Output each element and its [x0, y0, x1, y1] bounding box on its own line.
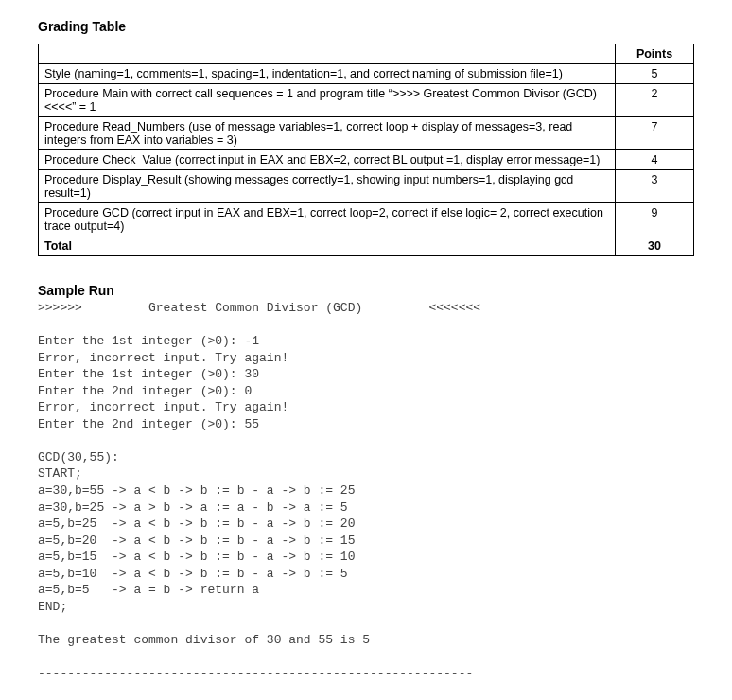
table-row: Procedure Display_Result (showing messag… [39, 170, 694, 203]
total-label: Total [39, 236, 616, 256]
grading-table-title: Grading Table [38, 19, 694, 34]
row-points: 4 [616, 150, 694, 170]
row-points: 9 [616, 203, 694, 236]
table-row: Procedure GCD (correct input in EAX and … [39, 203, 694, 236]
total-points: 30 [616, 236, 694, 256]
grading-table: Points Style (naming=1, comments=1, spac… [38, 44, 694, 256]
total-row: Total 30 [39, 236, 694, 256]
row-desc: Procedure Main with correct call sequenc… [39, 84, 616, 117]
row-points: 3 [616, 170, 694, 203]
table-row: Procedure Check_Value (correct input in … [39, 150, 694, 170]
row-points: 7 [616, 117, 694, 150]
row-desc: Procedure Display_Result (showing messag… [39, 170, 616, 203]
row-points: 5 [616, 64, 694, 84]
row-points: 2 [616, 84, 694, 117]
row-desc: Procedure Check_Value (correct input in … [39, 150, 616, 170]
grading-header-points: Points [616, 44, 694, 64]
row-desc: Style (naming=1, comments=1, spacing=1, … [39, 64, 616, 84]
table-row: Style (naming=1, comments=1, spacing=1, … [39, 64, 694, 84]
row-desc: Procedure GCD (correct input in EAX and … [39, 203, 616, 236]
sample-run-output: >>>>>> Greatest Common Divisor (GCD) <<<… [38, 300, 694, 682]
sample-run-title: Sample Run [38, 283, 694, 298]
grading-body: Style (naming=1, comments=1, spacing=1, … [39, 64, 694, 256]
table-row: Procedure Main with correct call sequenc… [39, 84, 694, 117]
row-desc: Procedure Read_Numbers (use of message v… [39, 117, 616, 150]
grading-header-empty [39, 44, 616, 64]
table-row: Procedure Read_Numbers (use of message v… [39, 117, 694, 150]
